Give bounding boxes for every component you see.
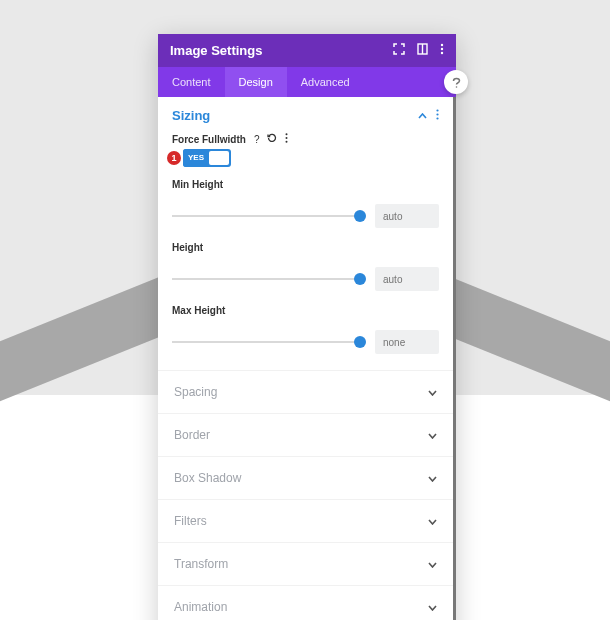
field-kebab-icon[interactable]: [285, 133, 288, 145]
chevron-down-icon: [428, 516, 437, 527]
max-height-slider-thumb[interactable]: [354, 336, 366, 348]
force-fullwidth-field: Force Fullwidth ? 1 YES: [158, 129, 453, 169]
svg-point-6: [436, 109, 438, 111]
animation-label: Animation: [174, 600, 227, 614]
svg-point-8: [436, 117, 438, 119]
chevron-down-icon: [428, 473, 437, 484]
svg-point-3: [441, 48, 443, 50]
height-label: Height: [172, 242, 439, 253]
height-row: [172, 267, 439, 291]
svg-point-7: [436, 113, 438, 115]
toggle-yes-label: YES: [183, 149, 209, 167]
min-height-field: Min Height: [158, 169, 453, 232]
height-slider[interactable]: [172, 278, 361, 280]
sizing-section-title: Sizing: [172, 108, 210, 123]
box-shadow-label: Box Shadow: [174, 471, 241, 485]
max-height-row: [172, 330, 439, 354]
help-icon[interactable]: ?: [254, 134, 260, 145]
toggle-knob: [209, 151, 229, 165]
max-height-label: Max Height: [172, 305, 439, 316]
chevron-down-icon: [428, 559, 437, 570]
snap-icon[interactable]: [417, 43, 428, 58]
max-height-slider[interactable]: [172, 341, 361, 343]
expand-icon[interactable]: [393, 43, 405, 58]
max-height-input[interactable]: [375, 330, 439, 354]
modal-tabs: Content Design Advanced: [158, 67, 456, 97]
chevron-down-icon: [428, 387, 437, 398]
border-accordion[interactable]: Border: [158, 413, 453, 456]
filters-label: Filters: [174, 514, 207, 528]
settings-modal: Image Settings Content Design Advanced S…: [158, 34, 456, 620]
collapse-icon[interactable]: [418, 110, 427, 121]
force-fullwidth-toggle-row: 1 YES: [172, 149, 439, 167]
min-height-label: Min Height: [172, 179, 439, 190]
sizing-section-actions: [418, 109, 439, 122]
transform-accordion[interactable]: Transform: [158, 542, 453, 585]
min-height-row: [172, 204, 439, 228]
filters-accordion[interactable]: Filters: [158, 499, 453, 542]
chevron-down-icon: [428, 602, 437, 613]
min-height-slider-thumb[interactable]: [354, 210, 366, 222]
spacing-accordion[interactable]: Spacing: [158, 370, 453, 413]
svg-point-4: [441, 52, 443, 54]
sizing-section-header[interactable]: Sizing: [158, 97, 453, 129]
transform-label: Transform: [174, 557, 228, 571]
tab-content[interactable]: Content: [158, 67, 225, 97]
height-slider-thumb[interactable]: [354, 273, 366, 285]
animation-accordion[interactable]: Animation: [158, 585, 453, 620]
annotation-badge: 1: [167, 151, 181, 165]
force-fullwidth-label-row: Force Fullwidth ?: [172, 133, 439, 145]
svg-point-10: [286, 137, 288, 139]
spacing-label: Spacing: [174, 385, 217, 399]
modal-title: Image Settings: [170, 43, 262, 58]
svg-point-5: [455, 86, 457, 88]
force-fullwidth-label: Force Fullwidth: [172, 134, 246, 145]
min-height-slider[interactable]: [172, 215, 361, 217]
svg-point-11: [286, 141, 288, 143]
modal-header-actions: [393, 43, 444, 58]
reset-icon[interactable]: [267, 133, 277, 145]
kebab-menu-icon[interactable]: [440, 43, 444, 58]
height-field: Height: [158, 232, 453, 295]
tab-design[interactable]: Design: [225, 67, 287, 97]
svg-point-9: [286, 133, 288, 135]
modal-header: Image Settings: [158, 34, 456, 67]
min-height-input[interactable]: [375, 204, 439, 228]
border-label: Border: [174, 428, 210, 442]
svg-point-2: [441, 44, 443, 46]
box-shadow-accordion[interactable]: Box Shadow: [158, 456, 453, 499]
chevron-down-icon: [428, 430, 437, 441]
section-kebab-icon[interactable]: [436, 109, 439, 122]
design-panel: Sizing Force Fullwidth ?: [158, 97, 456, 620]
help-bubble-icon[interactable]: [444, 70, 468, 94]
force-fullwidth-toggle[interactable]: YES: [183, 149, 231, 167]
height-input[interactable]: [375, 267, 439, 291]
max-height-field: Max Height: [158, 295, 453, 370]
tab-advanced[interactable]: Advanced: [287, 67, 364, 97]
